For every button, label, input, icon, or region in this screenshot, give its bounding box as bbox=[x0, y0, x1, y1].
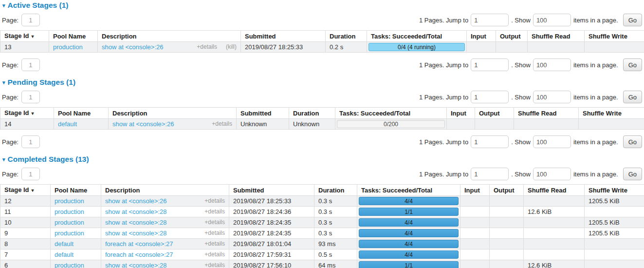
col-header-description[interactable]: Description bbox=[98, 31, 241, 42]
col-header-duration[interactable]: Duration bbox=[314, 185, 357, 196]
pages-count-text: 1 Pages. Jump to bbox=[419, 61, 468, 69]
details-toggle[interactable]: +details bbox=[204, 197, 225, 205]
description-link[interactable]: show at <console>:28 bbox=[105, 230, 166, 237]
items-per-page-input[interactable] bbox=[533, 135, 571, 148]
pagination-right: 1 Pages. Jump to . Show items in a page.… bbox=[419, 91, 642, 103]
details-toggle[interactable]: +details bbox=[204, 262, 225, 268]
details-toggle[interactable]: +details bbox=[204, 251, 225, 258]
col-header-shuffle-read[interactable]: Shuffle Read bbox=[514, 108, 579, 119]
description-link[interactable]: show at <console>:28 bbox=[105, 262, 166, 268]
go-button[interactable]: Go bbox=[623, 135, 642, 148]
col-header-pool-name[interactable]: Pool Name bbox=[49, 31, 98, 42]
col-header-shuffle-read[interactable]: Shuffle Read bbox=[528, 31, 585, 42]
collapse-arrow-icon: ▾ bbox=[2, 80, 5, 85]
col-header-stage-id[interactable]: Stage Id▾ bbox=[0, 108, 54, 119]
description-link[interactable]: show at <console>:26 bbox=[105, 197, 166, 205]
details-toggle[interactable]: +details bbox=[204, 240, 225, 248]
duration-cell: 0.3 s bbox=[314, 196, 357, 207]
pool-name-link[interactable]: production bbox=[55, 197, 84, 205]
description-link[interactable]: foreach at <console>:27 bbox=[105, 240, 173, 248]
col-header-submitted[interactable]: Submitted bbox=[229, 185, 314, 196]
col-header-output[interactable]: Output bbox=[490, 185, 524, 196]
col-header-submitted[interactable]: Submitted bbox=[241, 31, 326, 42]
page-number-input[interactable] bbox=[21, 168, 40, 180]
kill-link[interactable]: (kill) bbox=[226, 43, 237, 51]
col-header-tasks-succeeded-total[interactable]: Tasks: Succeeded/Total bbox=[367, 31, 467, 42]
items-per-page-input[interactable] bbox=[533, 91, 571, 103]
items-per-page-input[interactable] bbox=[533, 168, 571, 180]
pending-stages-header[interactable]: ▾ Pending Stages (1) bbox=[2, 78, 644, 87]
items-per-page-input[interactable] bbox=[533, 14, 571, 26]
col-header-shuffle-write[interactable]: Shuffle Write bbox=[585, 31, 644, 42]
pool-name-link[interactable]: default bbox=[55, 251, 74, 258]
pool-name-link[interactable]: production bbox=[55, 219, 84, 226]
col-header-description[interactable]: Description bbox=[101, 185, 229, 196]
jump-to-page-input[interactable] bbox=[471, 168, 509, 180]
duration-cell: 0.3 s bbox=[314, 217, 357, 228]
jump-to-page-input[interactable] bbox=[471, 135, 509, 148]
description-link[interactable]: show at <console>:26 bbox=[102, 43, 163, 51]
details-toggle[interactable]: +details bbox=[212, 120, 232, 128]
col-header-output[interactable]: Output bbox=[496, 31, 528, 42]
details-toggle[interactable]: +details bbox=[197, 43, 217, 51]
col-header-output[interactable]: Output bbox=[475, 108, 514, 119]
pool-name-link[interactable]: default bbox=[58, 120, 77, 128]
col-header-input[interactable]: Input bbox=[460, 185, 490, 196]
col-header-duration[interactable]: Duration bbox=[289, 108, 335, 119]
stage-id-cell: 12 bbox=[0, 196, 51, 207]
page-number-input[interactable] bbox=[21, 14, 40, 26]
col-header-description[interactable]: Description bbox=[109, 108, 237, 119]
tasks-cell: 1/1 bbox=[357, 207, 460, 217]
col-header-submitted[interactable]: Submitted bbox=[237, 108, 289, 119]
table-row: 11productionshow at <console>:28+details… bbox=[0, 207, 644, 217]
input-cell bbox=[460, 207, 490, 217]
completed-stages-header[interactable]: ▾ Completed Stages (13) bbox=[2, 155, 644, 164]
page-number-input[interactable] bbox=[21, 58, 40, 71]
details-toggle[interactable]: +details bbox=[204, 230, 225, 237]
tasks-cell: 0/200 bbox=[335, 119, 447, 130]
details-toggle[interactable]: +details bbox=[204, 208, 225, 215]
col-header-input[interactable]: Input bbox=[447, 108, 475, 119]
description-link[interactable]: show at <console>:28 bbox=[105, 208, 166, 215]
col-header-tasks-succeeded-total[interactable]: Tasks: Succeeded/Total bbox=[357, 185, 460, 196]
tasks-cell: 4/4 bbox=[357, 228, 460, 239]
col-header-duration[interactable]: Duration bbox=[326, 31, 367, 42]
input-cell bbox=[460, 217, 490, 228]
jump-to-page-input[interactable] bbox=[471, 91, 509, 103]
pagination-left: Page: bbox=[2, 168, 40, 180]
description-link[interactable]: foreach at <console>:27 bbox=[105, 251, 173, 258]
col-header-stage-id[interactable]: Stage Id▾ bbox=[0, 31, 49, 42]
page-number-input[interactable] bbox=[21, 135, 40, 148]
go-button[interactable]: Go bbox=[623, 91, 642, 103]
active-stages-header[interactable]: ▾ Active Stages (1) bbox=[2, 1, 644, 10]
go-button[interactable]: Go bbox=[623, 168, 642, 180]
go-button[interactable]: Go bbox=[623, 14, 642, 26]
pool-name-link[interactable]: default bbox=[55, 240, 74, 248]
col-header-stage-id[interactable]: Stage Id▾ bbox=[0, 185, 51, 196]
submitted-cell: 2019/08/27 18:24:36 bbox=[229, 207, 314, 217]
items-per-page-input[interactable] bbox=[533, 58, 571, 71]
col-header-input[interactable]: Input bbox=[467, 31, 496, 42]
description-link[interactable]: show at <console>:26 bbox=[112, 120, 174, 128]
pool-name-cell: production bbox=[51, 207, 101, 217]
pool-name-link[interactable]: production bbox=[55, 262, 84, 268]
collapse-arrow-icon: ▾ bbox=[2, 3, 5, 8]
col-header-shuffle-write[interactable]: Shuffle Write bbox=[579, 108, 644, 119]
col-header-pool-name[interactable]: Pool Name bbox=[54, 108, 109, 119]
pool-name-link[interactable]: production bbox=[53, 43, 83, 51]
pagination-left: Page: bbox=[2, 14, 40, 26]
pool-name-link[interactable]: production bbox=[55, 230, 84, 237]
description-cell: show at <console>:26+details bbox=[101, 196, 229, 207]
go-button[interactable]: Go bbox=[623, 58, 642, 71]
description-cell: show at <console>:28+details bbox=[101, 217, 229, 228]
description-link[interactable]: show at <console>:28 bbox=[105, 219, 166, 226]
jump-to-page-input[interactable] bbox=[471, 58, 509, 71]
details-toggle[interactable]: +details bbox=[204, 219, 225, 226]
col-header-shuffle-write[interactable]: Shuffle Write bbox=[585, 185, 644, 196]
col-header-pool-name[interactable]: Pool Name bbox=[51, 185, 101, 196]
pool-name-link[interactable]: production bbox=[55, 208, 84, 215]
col-header-tasks-succeeded-total[interactable]: Tasks: Succeeded/Total bbox=[335, 108, 447, 119]
col-header-shuffle-read[interactable]: Shuffle Read bbox=[524, 185, 585, 196]
jump-to-page-input[interactable] bbox=[471, 14, 509, 26]
page-number-input[interactable] bbox=[21, 91, 40, 103]
